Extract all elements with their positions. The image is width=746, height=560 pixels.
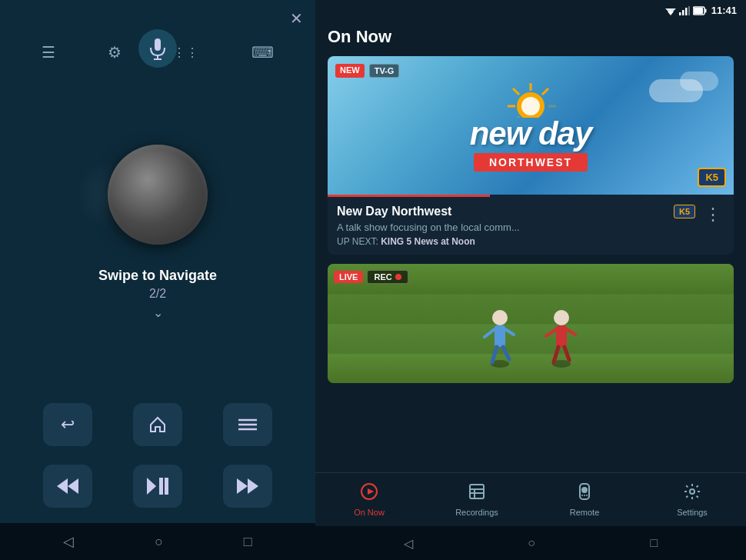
android-home-button[interactable]: ○ [155, 534, 163, 550]
svg-point-30 [521, 97, 540, 115]
battery-icon [693, 6, 707, 15]
svg-rect-18 [688, 6, 690, 15]
svg-line-27 [513, 88, 519, 95]
show-info: New Day Northwest K5 A talk show focusin… [328, 197, 734, 255]
up-next: UP NEXT: KING 5 News at Noon [337, 236, 695, 247]
menu-button[interactable] [223, 403, 272, 446]
svg-rect-40 [556, 325, 567, 347]
android-nav-left: ◁ ○ □ [0, 523, 315, 560]
nav-item-settings[interactable]: Settings [638, 479, 746, 520]
status-bar: 11:41 [315, 0, 746, 21]
mic-container [138, 29, 177, 68]
svg-marker-8 [147, 478, 156, 495]
android-nav-right: ◁ ○ □ [315, 526, 746, 560]
sun-graphic [504, 79, 558, 118]
settings-label: Settings [677, 508, 708, 517]
bottom-nav: On Now Recordings [315, 472, 746, 526]
fast-forward-icon [237, 478, 258, 494]
badge-rec: REC [367, 270, 408, 284]
media-buttons-row [0, 458, 315, 523]
live-badges: LIVE REC [334, 270, 408, 284]
recordings-label: Recordings [455, 508, 498, 517]
page-indicator: 2/2 [149, 287, 166, 301]
svg-marker-12 [248, 478, 258, 494]
play-pause-button[interactable] [133, 465, 182, 508]
page-title: On Now [328, 27, 734, 47]
keyboard-icon[interactable]: ⌨ [251, 43, 274, 62]
android-home-right[interactable]: ○ [528, 536, 535, 550]
show-card-newday[interactable]: NEW TV-G [328, 56, 734, 255]
signal-icon [679, 6, 690, 15]
on-now-label: On Now [354, 508, 385, 517]
circle-trackpad[interactable] [108, 145, 208, 245]
remote-icon [576, 482, 593, 505]
newday-text: new day [470, 118, 592, 150]
android-recent-button[interactable]: □ [244, 534, 252, 550]
svg-rect-0 [155, 38, 161, 51]
more-options-button[interactable]: ⋮ [701, 205, 724, 225]
svg-marker-14 [668, 12, 674, 15]
rewind-icon [57, 478, 78, 494]
soccer-thumbnail: LIVE REC [328, 264, 734, 383]
nav-item-remote[interactable]: Remote [531, 479, 638, 520]
svg-rect-33 [495, 325, 505, 347]
up-next-title: KING 5 News at Noon [381, 236, 475, 247]
close-button[interactable]: ✕ [290, 9, 303, 28]
svg-line-41 [554, 347, 558, 362]
android-back-right[interactable]: ◁ [404, 536, 413, 551]
apps-icon[interactable]: ⋮⋮ [173, 45, 199, 60]
svg-line-35 [503, 347, 509, 359]
nav-item-on-now[interactable]: On Now [315, 479, 423, 520]
show-title-row: New Day Northwest K5 [337, 205, 695, 218]
menu-icon[interactable]: ☰ [42, 43, 55, 62]
k5-logo-thumbnail: K5 [698, 168, 726, 187]
swipe-label: Swipe to Navigate [98, 268, 217, 284]
nav-buttons-row: ↩ [0, 391, 315, 458]
svg-line-44 [567, 329, 575, 335]
play-pause-icon [147, 478, 168, 495]
show-logo: new day NORTHWEST [470, 79, 592, 172]
status-icons [665, 6, 707, 15]
svg-marker-46 [368, 488, 374, 495]
show-card-soccer[interactable]: LIVE REC [328, 264, 734, 383]
badge-live: LIVE [334, 271, 363, 283]
northwest-text: NORTHWEST [489, 156, 572, 168]
svg-line-43 [546, 329, 556, 336]
svg-rect-20 [694, 8, 703, 14]
show-thumbnail-newday: NEW TV-G [328, 56, 734, 195]
nav-item-recordings[interactable]: Recordings [423, 479, 531, 520]
svg-rect-15 [679, 12, 681, 15]
hamburger-icon [238, 418, 257, 432]
svg-line-36 [485, 329, 495, 337]
home-button[interactable] [133, 403, 182, 446]
badge-new: NEW [335, 64, 365, 78]
svg-rect-16 [682, 10, 684, 15]
mic-button[interactable] [138, 29, 177, 68]
fast-forward-button[interactable] [223, 465, 272, 508]
svg-marker-11 [237, 478, 248, 494]
back-button[interactable]: ↩ [43, 403, 92, 446]
rewind-button[interactable] [43, 465, 92, 508]
home-icon [148, 415, 167, 434]
android-back-button[interactable]: ◁ [63, 533, 74, 550]
on-now-icon [360, 482, 378, 505]
status-time: 11:41 [711, 5, 737, 16]
recordings-icon [468, 482, 486, 505]
left-toolbar: ☰ ⚙ ⋮⋮ ⌨ [0, 37, 315, 74]
mic-icon [149, 37, 166, 60]
right-header: On Now [315, 21, 746, 56]
show-title: New Day Northwest [337, 205, 451, 218]
channel-logo: K5 [674, 205, 695, 218]
thumbnail-badges: NEW TV-G [335, 64, 399, 78]
touchpad-area[interactable]: Swipe to Navigate 2/2 ⌄ [0, 74, 315, 391]
svg-line-34 [492, 347, 497, 362]
android-recent-right[interactable]: □ [651, 536, 658, 550]
soccer-players [454, 279, 608, 372]
settings-icon[interactable]: ⚙ [108, 43, 122, 62]
northwest-bar: NORTHWEST [474, 153, 588, 172]
svg-point-39 [554, 310, 569, 325]
wifi-icon [665, 6, 676, 15]
svg-marker-6 [68, 478, 78, 494]
svg-rect-10 [165, 478, 168, 495]
left-panel: ✕ ☰ ⚙ ⋮⋮ ⌨ Swipe to Navigate 2/2 ⌄ [0, 0, 315, 560]
